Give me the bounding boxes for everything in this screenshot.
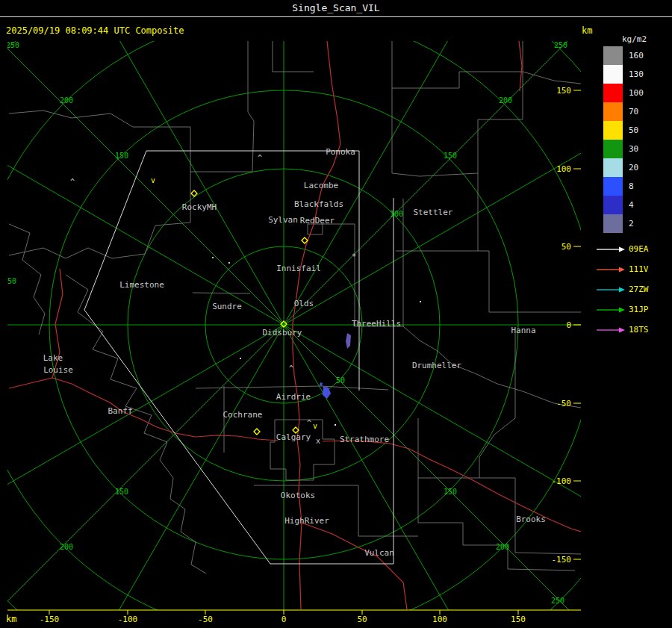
legend-row: 100 bbox=[603, 84, 663, 102]
legend-value-label: 50 bbox=[629, 121, 638, 140]
radar-id-label: 18TS bbox=[629, 325, 649, 335]
radar-app-window: Single_Scan_VIL 2025/09/19 08:09:44 UTC … bbox=[0, 0, 672, 628]
bottom-axis-tick-label: -150 bbox=[40, 615, 60, 624]
bottom-axis-tick-label: 100 bbox=[432, 615, 447, 624]
right-axis-unit-label: km bbox=[582, 25, 592, 36]
legend-row: 2 bbox=[603, 214, 663, 233]
legend-value-label: 30 bbox=[629, 140, 638, 158]
legend-value-label: 20 bbox=[629, 158, 638, 177]
bottom-axis-tick-label: -50 bbox=[198, 615, 213, 624]
legend-color-swatch bbox=[603, 102, 623, 121]
legend-color-swatch bbox=[603, 177, 623, 196]
legend-value-label: 100 bbox=[629, 84, 644, 102]
timestamp-label: 2025/09/19 08:09:44 UTC Composite bbox=[6, 25, 184, 36]
radar-arrow-row: 09EA bbox=[597, 239, 649, 259]
radar-arrow-row: 31JP bbox=[597, 299, 649, 320]
legend-row: 20 bbox=[603, 158, 663, 177]
window-title: Single_Scan_VIL bbox=[292, 2, 379, 13]
bottom-axis-tick-label: 150 bbox=[511, 615, 526, 624]
legend-value-label: 70 bbox=[629, 102, 638, 121]
legend-color-swatch bbox=[603, 65, 623, 84]
legend-value-label: 160 bbox=[629, 46, 644, 65]
title-bar: Single_Scan_VIL bbox=[0, 0, 672, 17]
radar-id-label: 27ZW bbox=[629, 285, 649, 294]
legend-row: 30 bbox=[603, 140, 663, 158]
legend-value-label: 130 bbox=[629, 65, 644, 84]
legend-row: 130 bbox=[603, 65, 663, 84]
legend-color-swatch bbox=[603, 46, 623, 65]
radar-arrow-row: 27ZW bbox=[597, 279, 649, 299]
legend-row: 4 bbox=[603, 196, 663, 214]
radar-arrow-row: 111V bbox=[597, 259, 649, 279]
bottom-axis-tick-label: -100 bbox=[118, 615, 138, 624]
legend-color-swatch bbox=[603, 140, 623, 158]
bottom-axis: -150-100-50050100150 bbox=[7, 610, 581, 624]
right-arrow-icon bbox=[597, 246, 625, 253]
legend-color-swatch bbox=[603, 158, 623, 177]
legend-value-label: 4 bbox=[629, 196, 634, 214]
bottom-axis-unit-label: km bbox=[6, 614, 16, 624]
legend-color-swatch bbox=[603, 214, 623, 233]
legend-row: 50 bbox=[603, 121, 663, 140]
radar-arrow-row: 18TS bbox=[597, 320, 649, 340]
right-arrow-icon bbox=[597, 326, 625, 334]
legend-row: 160 bbox=[603, 46, 663, 65]
legend-color-swatch bbox=[603, 121, 623, 140]
radar-map-canvas[interactable] bbox=[7, 41, 581, 610]
bottom-axis-tick-label: 0 bbox=[281, 615, 287, 624]
right-arrow-icon bbox=[597, 286, 625, 293]
right-arrow-icon bbox=[597, 306, 625, 314]
legend-color-swatch bbox=[603, 84, 623, 102]
bottom-axis-tick-label: 50 bbox=[357, 615, 367, 624]
legend-row: 70 bbox=[603, 102, 663, 121]
radar-id-label: 111V bbox=[629, 264, 649, 274]
radar-id-label: 31JP bbox=[629, 305, 649, 314]
legend-value-label: 2 bbox=[629, 214, 634, 233]
radar-id-label: 09EA bbox=[629, 244, 649, 254]
right-arrow-icon bbox=[597, 266, 625, 273]
legend-color-swatch bbox=[603, 196, 623, 214]
legend-value-label: 8 bbox=[629, 177, 634, 196]
legend-row: 8 bbox=[603, 177, 663, 196]
legend-unit-label: kg/m2 bbox=[622, 34, 647, 44]
color-scale-legend: 16013010070503020842 bbox=[603, 46, 663, 233]
radar-site-legend: 09EA111V27ZW31JP18TS bbox=[597, 239, 649, 340]
